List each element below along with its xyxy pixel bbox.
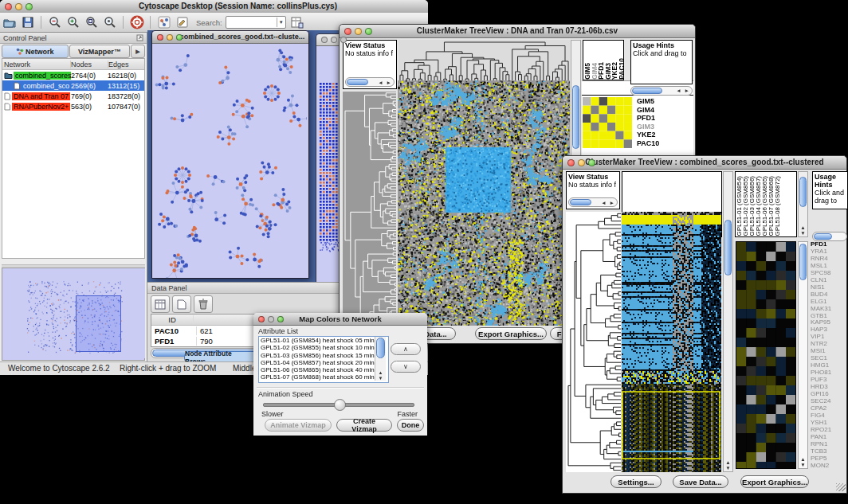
- attribute-list-item[interactable]: GPL51-01 (GSM854) heat shock 05 min: [261, 337, 388, 344]
- attribute-list-item[interactable]: GPL51-04 (GSM857) heat shock 20 min: [261, 359, 388, 366]
- gene-label[interactable]: GIM3: [637, 123, 689, 131]
- zoom-window-button[interactable]: [26, 3, 33, 10]
- column-label[interactable]: GPL51-08 (GSM872): [775, 176, 781, 236]
- gene-label[interactable]: MON2: [811, 463, 847, 469]
- zoom-out-icon[interactable]: [46, 14, 63, 30]
- column-label[interactable]: PAC10: [618, 58, 625, 80]
- zoom-in-icon[interactable]: [65, 14, 81, 30]
- heatmap-vertical-scrollbar[interactable]: ▲▼: [723, 171, 733, 472]
- zoom-window-button[interactable]: [365, 28, 372, 35]
- attribute-list-item[interactable]: GPL51-07 (GSM868) heat shock 60 min: [261, 373, 388, 381]
- treeview-dna-title-bar[interactable]: ClusterMaker TreeView : DNA and Tran 07-…: [340, 25, 695, 38]
- network-view-title-bar[interactable]: combined_scores_good.txt--cluste...: [152, 31, 308, 44]
- create-attribute-icon[interactable]: [172, 295, 191, 313]
- tab-vizmapper[interactable]: VizMapper™: [69, 45, 130, 58]
- select-nodes-icon[interactable]: [155, 14, 172, 30]
- heatmap-canvas[interactable]: [398, 80, 570, 326]
- gene-label[interactable]: GIM4: [637, 106, 689, 115]
- close-button[interactable]: [321, 37, 328, 43]
- row-labels-scrollbar[interactable]: ▲▼: [798, 241, 808, 469]
- export-graphics-button[interactable]: Export Graphics...: [740, 475, 809, 488]
- data-panel-toolbar: [151, 295, 213, 313]
- network-graph-canvas[interactable]: [152, 44, 307, 278]
- attribute-list-scrollbar[interactable]: ▲▼: [375, 337, 386, 381]
- usage-hints-scrollbar[interactable]: [812, 232, 847, 241]
- heatmap-row-labels: PFD1YRA1RNR4MSL1SPC98CLN1NIS1BUD4ELG1MAK…: [811, 241, 847, 469]
- done-button[interactable]: Done: [397, 419, 424, 432]
- zoom-selected-icon[interactable]: [101, 14, 118, 30]
- heatmap-canvas[interactable]: [622, 212, 721, 472]
- settings-button[interactable]: Settings...: [610, 475, 662, 488]
- help-icon[interactable]: [128, 14, 145, 30]
- zoomed-matrix-canvas[interactable]: [583, 97, 632, 148]
- gene-label[interactable]: YKE2: [637, 131, 689, 139]
- column-labels-scrollbar[interactable]: ▲▼: [798, 171, 808, 237]
- zoom-window-button[interactable]: [588, 159, 595, 166]
- annotation-icon[interactable]: [174, 14, 190, 30]
- column-dendrogram-canvas[interactable]: [398, 40, 570, 80]
- zoomed-heatmap-canvas[interactable]: [736, 241, 796, 469]
- search-input[interactable]: ▼: [226, 16, 286, 29]
- network-row-dna-tran[interactable]: DNA and Tran 07 769(0) 183728(0): [2, 91, 144, 101]
- network-nodes: 2764(0): [71, 72, 108, 80]
- delete-attribute-icon[interactable]: [194, 295, 213, 313]
- minimize-button[interactable]: [167, 34, 173, 41]
- network-view-window[interactable]: combined_scores_good.txt--cluste...: [151, 30, 309, 279]
- minimize-button[interactable]: [268, 316, 274, 322]
- attribute-list-item[interactable]: GPL51-03 (GSM856) heat shock 15 min: [261, 352, 388, 359]
- main-title-bar[interactable]: Cytoscape Desktop (Session Name: collins…: [0, 0, 428, 14]
- minimize-button[interactable]: [15, 3, 22, 10]
- close-button[interactable]: [567, 159, 575, 166]
- zoom-fit-icon[interactable]: [83, 14, 100, 30]
- minimize-button[interactable]: [331, 37, 337, 43]
- toolbar-separator: [150, 16, 151, 29]
- export-graphics-button[interactable]: Export Graphics...: [475, 327, 547, 340]
- zoom-window-button[interactable]: [340, 37, 347, 43]
- network-overview-panel[interactable]: [2, 268, 145, 361]
- attribute-browser-icon[interactable]: [289, 14, 306, 30]
- select-attributes-icon[interactable]: [151, 295, 170, 313]
- search-dropdown-icon[interactable]: ▼: [277, 18, 285, 27]
- close-button[interactable]: [258, 316, 265, 322]
- animation-speed-slider[interactable]: [263, 403, 414, 407]
- minimize-button[interactable]: [355, 28, 362, 35]
- network-row-combined-sco-selected[interactable]: combined_sco 2569(6) 13112(15): [2, 80, 144, 91]
- gene-label[interactable]: GIM5: [637, 97, 689, 106]
- close-button[interactable]: [344, 28, 351, 35]
- move-up-button[interactable]: ∧: [391, 343, 421, 355]
- zoom-window-button[interactable]: [277, 316, 284, 322]
- column-edges[interactable]: Edges: [108, 61, 144, 68]
- control-panel-header: Control Panel: [0, 33, 147, 44]
- zoom-window-button[interactable]: [176, 34, 183, 41]
- usage-hints-scrollbar[interactable]: ◄ ►: [630, 86, 693, 96]
- animate-vizmap-button[interactable]: Animate Vizmap: [265, 419, 332, 432]
- float-panel-icon[interactable]: [136, 34, 143, 41]
- minimize-button[interactable]: [578, 159, 585, 166]
- save-data-button[interactable]: Save Data...: [673, 475, 728, 488]
- view-status-scrollbar[interactable]: ◄ ►: [568, 197, 618, 207]
- view-status-scrollbar[interactable]: ◄ ►: [345, 77, 395, 87]
- gene-label[interactable]: PFD1: [637, 114, 689, 123]
- tab-overflow-arrow-icon[interactable]: ▶: [131, 45, 145, 58]
- attribute-list-item[interactable]: GPL51-06 (GSM865) heat shock 40 min: [261, 366, 388, 373]
- resize-grip[interactable]: [836, 483, 846, 491]
- network-row-combined-scores[interactable]: combined_scores 2764(0) 16218(0): [2, 70, 144, 80]
- map-dialog-title-bar[interactable]: Map Colors to Network: [253, 313, 427, 326]
- column-network[interactable]: Network: [2, 61, 71, 68]
- treeview-combined-title-bar[interactable]: ClusterMaker TreeView : combined_scores_…: [563, 156, 846, 170]
- network-row-rnapubernov2[interactable]: RNAPuberNov2+ 563(0) 107847(0): [2, 101, 144, 111]
- create-vizmap-button[interactable]: Create Vizmap: [336, 419, 392, 432]
- move-down-button[interactable]: ∨: [391, 361, 421, 373]
- row-dendrogram-canvas[interactable]: [566, 212, 621, 472]
- tab-network[interactable]: Network: [2, 45, 69, 58]
- close-button[interactable]: [5, 3, 12, 10]
- save-icon[interactable]: [19, 14, 36, 30]
- slider-thumb[interactable]: [334, 399, 346, 411]
- column-id[interactable]: ID: [151, 315, 194, 324]
- column-nodes[interactable]: Nodes: [71, 61, 108, 68]
- row-dendrogram-canvas[interactable]: [343, 92, 396, 326]
- close-button[interactable]: [157, 34, 163, 41]
- open-file-icon[interactable]: [1, 14, 18, 30]
- gene-label[interactable]: PAC10: [637, 139, 689, 148]
- attribute-list-item[interactable]: GPL51-02 (GSM855) heat shock 10 min: [261, 344, 388, 351]
